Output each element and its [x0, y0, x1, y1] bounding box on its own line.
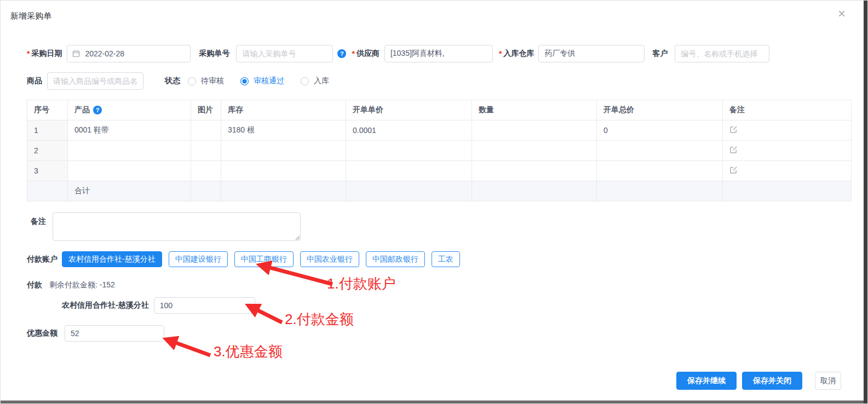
payment-amount-input[interactable] [154, 297, 255, 314]
remark-section: 备注 [31, 212, 867, 241]
required-mark: * [499, 49, 502, 58]
table-row: 1 0001 鞋带 3180 根 0.0001 0 [27, 120, 852, 141]
radio-circle [240, 77, 249, 85]
payment-input-row: 农村信用合作社-慈溪分社 [62, 297, 867, 314]
cell-qty[interactable] [472, 161, 597, 181]
col-unit-price: 开单单价 [346, 100, 472, 120]
radio-pending[interactable]: 待审核 [188, 76, 224, 86]
radio-inbound[interactable]: 入库 [301, 76, 329, 86]
status-radio-group: 状态 待审核 审核通过 入库 [165, 76, 329, 86]
cell-stock[interactable]: 3180 根 [221, 120, 346, 141]
cell-image[interactable] [191, 141, 221, 161]
total-label: 合计 [68, 181, 191, 201]
product-table: 序号 产品 ? 图片 库存 开单单价 数量 开单总价 备注 1 0001 鞋带 … [27, 100, 852, 201]
cell-num: 1 [27, 120, 68, 141]
cell-product[interactable] [68, 161, 191, 181]
account-chip-psbc[interactable]: 中国邮政银行 [366, 251, 425, 267]
cancel-button[interactable]: 取消 [815, 372, 841, 390]
account-chip-abc[interactable]: 中国农业银行 [300, 251, 359, 267]
dialog-header: 新增采购单 [1, 1, 867, 30]
cell-stock[interactable] [221, 161, 346, 181]
col-stock: 库存 [221, 100, 346, 120]
cell-stock[interactable] [221, 141, 346, 161]
edit-icon[interactable] [729, 146, 738, 155]
close-icon[interactable]: × [838, 7, 846, 20]
payment-accounts-label: 付款账户 [27, 255, 58, 264]
product-search-input[interactable] [47, 72, 143, 90]
window-bottom-edge [1, 400, 867, 403]
supplier-label: 供应商 [357, 49, 380, 59]
payment-account-label: 农村信用合作社-慈溪分社 [62, 301, 149, 310]
field-purchase-date: * 采购日期 [27, 45, 191, 62]
cell-image[interactable] [191, 120, 221, 141]
calendar-icon [72, 50, 80, 60]
annotation-discount-amount: 3.优惠金额 [214, 342, 283, 361]
remaining-amount-text: 剩余付款金额: -152 [49, 280, 115, 290]
account-chip-icbc[interactable]: 中国工商银行 [234, 251, 294, 267]
form-row-2: 商品 状态 待审核 审核通过 入库 [27, 72, 867, 90]
order-no-label: 采购单号 [199, 49, 229, 59]
save-continue-button[interactable]: 保存并继续 [676, 372, 737, 390]
col-total: 开单总价 [597, 100, 723, 120]
edit-icon[interactable] [729, 125, 738, 135]
help-icon[interactable]: ? [337, 49, 346, 58]
annotation-payment-account: 1.付款账户 [327, 274, 396, 293]
discount-section: 优惠金额 [27, 325, 867, 342]
payment-section: 付款 剩余付款金额: -152 [27, 280, 867, 290]
order-no-input[interactable] [236, 45, 333, 62]
cell-qty[interactable] [472, 120, 597, 141]
cell-num: 2 [27, 141, 68, 161]
discount-label: 优惠金额 [27, 328, 58, 338]
radio-circle [188, 77, 196, 85]
field-customer: 客户 [652, 45, 769, 62]
col-num: 序号 [27, 100, 68, 120]
required-mark: * [352, 49, 354, 58]
cell-unit-price[interactable] [346, 161, 472, 181]
save-close-button[interactable]: 保存并关闭 [742, 372, 802, 390]
col-qty: 数量 [472, 100, 597, 120]
table-header-row: 序号 产品 ? 图片 库存 开单单价 数量 开单总价 备注 [27, 100, 852, 120]
cell-num [27, 181, 68, 201]
warehouse-label: 入库仓库 [503, 49, 534, 59]
account-chip-ccb[interactable]: 中国建设银行 [169, 251, 228, 267]
cell-total[interactable] [597, 141, 723, 161]
warehouse-input[interactable] [538, 45, 645, 62]
radio-circle [301, 77, 309, 85]
cell-remark [723, 120, 852, 141]
field-product-search: 商品 [27, 72, 143, 90]
cell-num: 3 [27, 161, 68, 181]
cell-product[interactable]: 0001 鞋带 [68, 120, 191, 141]
field-supplier: * 供应商 [352, 45, 492, 62]
customer-label: 客户 [652, 49, 668, 59]
account-chip-list: 农村信用合作社-慈溪分社 中国建设银行 中国工商银行 中国农业银行 中国邮政银行… [62, 251, 467, 267]
cell-image[interactable] [191, 161, 221, 181]
product-search-label: 商品 [27, 76, 42, 86]
help-icon[interactable]: ? [93, 106, 102, 114]
purchase-date-input[interactable] [67, 45, 191, 62]
table-row: 2 [27, 141, 852, 161]
col-remark: 备注 [723, 100, 852, 120]
remark-textarea[interactable] [53, 212, 301, 241]
cell-unit-price[interactable] [346, 141, 472, 161]
payment-label: 付款 [27, 280, 42, 290]
cell-product[interactable] [68, 141, 191, 161]
cell-total[interactable]: 0 [597, 120, 723, 141]
customer-input[interactable] [675, 45, 769, 62]
col-product: 产品 ? [68, 100, 191, 120]
supplier-input[interactable] [384, 45, 493, 62]
cell-remark [723, 161, 852, 181]
form-row-1: * 采购日期 采购单号 ? * 供应商 * 入库仓库 客户 [27, 45, 867, 62]
account-chip-gongnong[interactable]: 工农 [432, 251, 460, 267]
status-label: 状态 [165, 76, 180, 86]
cell-unit-price[interactable]: 0.0001 [346, 120, 472, 141]
radio-approved[interactable]: 审核通过 [240, 76, 284, 86]
discount-input[interactable] [65, 325, 164, 342]
window-scrollbar[interactable] [864, 1, 867, 403]
cell-total[interactable] [597, 161, 723, 181]
remark-label: 备注 [31, 217, 46, 227]
field-order-no: 采购单号 ? [199, 45, 346, 62]
cell-qty[interactable] [472, 141, 597, 161]
edit-icon[interactable] [729, 166, 738, 176]
cell-remark [723, 141, 852, 161]
account-chip-rural-credit[interactable]: 农村信用合作社-慈溪分社 [62, 251, 162, 267]
